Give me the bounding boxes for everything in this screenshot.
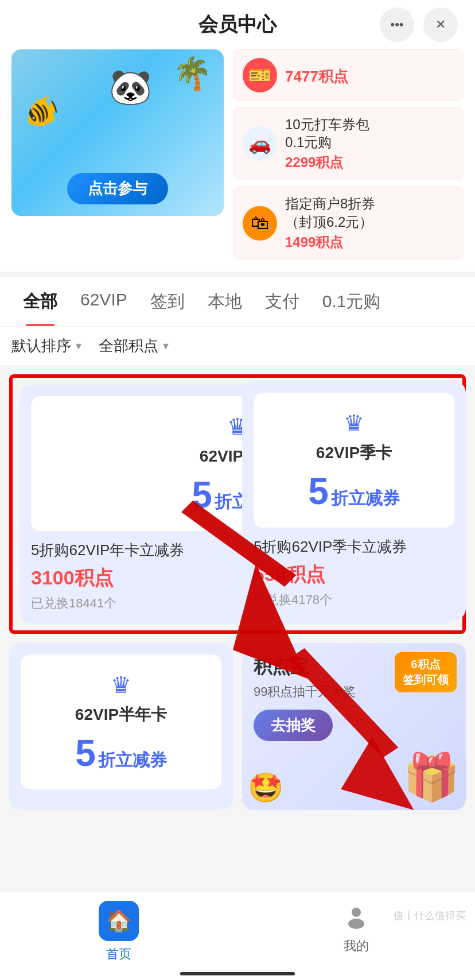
- sort-filter[interactable]: 默认排序 ▾: [11, 336, 81, 356]
- reward-title-shop: 指定商户8折券（封顶6.2元）: [285, 195, 454, 230]
- discount-num-halfyear: 5: [75, 735, 96, 772]
- reward-info-shop: 指定商户8折券（封顶6.2元） 1499积点: [285, 195, 454, 251]
- tab-all[interactable]: 全部: [11, 277, 69, 326]
- banner-image[interactable]: 🐠 🌴 🐼 点击参与: [11, 49, 224, 216]
- product-card-halfyear[interactable]: ♛ 62VIP半年卡 5 折立减券: [9, 643, 233, 810]
- reward-card-partial[interactable]: 🎫 7477积点: [233, 49, 464, 101]
- reward-title-taxi: 10元打车券包0.1元购: [285, 115, 454, 151]
- bottom-cards-row: ♛ 62VIP半年卡 5 折立减券 积点宝 99积点抽千元大奖 去抽奖 6积点 …: [9, 643, 466, 810]
- reward-icon-shop: 🛍: [243, 206, 277, 241]
- bottom-navigation: 🏠 首页 我的: [0, 891, 475, 980]
- card-desc-seasonal: 5折购62VIP季卡立减券: [254, 537, 454, 557]
- reward-card-taxi[interactable]: 🚗 10元打车券包0.1元购 2299积点: [233, 107, 464, 180]
- lottery-card[interactable]: 积点宝 99积点抽千元大奖 去抽奖 6积点 签到可领 🎁 🤩: [242, 643, 466, 810]
- card-label-seasonal: 62VIP季卡: [316, 442, 392, 464]
- card-label-halfyear: 62VIP半年卡: [75, 704, 167, 726]
- fish-decoration: 🐠: [18, 90, 63, 134]
- nav-home[interactable]: 🏠 首页: [0, 901, 238, 963]
- product-card-seasonal[interactable]: ♛ 62VIP季卡 5 折立减券 5折购62VIP季卡立减券 650积点 已兑换…: [242, 381, 466, 620]
- tab-signin[interactable]: 签到: [139, 277, 196, 326]
- tab-bar: 全部 62VIP 签到 本地 支付 0.1元购: [0, 277, 475, 327]
- card-exchanged-seasonal: 已兑换4178个: [254, 591, 454, 609]
- discount-text-seasonal: 折立减券: [331, 487, 400, 510]
- page-title: 会员中心: [198, 11, 277, 38]
- participate-button[interactable]: 点击参与: [67, 173, 168, 204]
- reward-points-partial: 7477积点: [285, 67, 454, 87]
- gift-icon: 🎁: [403, 750, 460, 804]
- banner-participate: 点击参与: [67, 173, 168, 204]
- home-indicator: [180, 972, 295, 975]
- watermark: 值丨什么值得买: [394, 909, 466, 923]
- card2-positioned: ♛ 62VIP季卡 5 折立减券 5折购62VIP季卡立减券 650积点 已兑换…: [242, 381, 466, 620]
- panda-decoration: 🐼: [109, 67, 152, 107]
- sign-badge-points: 6积点: [403, 657, 449, 672]
- person-icon: [340, 901, 372, 933]
- filter-row: 默认排序 ▾ 全部积点 ▾: [0, 327, 475, 365]
- points-filter[interactable]: 全部积点 ▾: [99, 336, 169, 356]
- more-button[interactable]: •••: [380, 7, 414, 42]
- svg-point-5: [348, 919, 364, 929]
- banner-area: 🐠 🌴 🐼 点击参与 🎫 7477积点 🚗 10元打车券包0.1元购 2299积…: [0, 49, 475, 272]
- header: 会员中心 ••• ✕: [0, 0, 475, 49]
- tab-62vip[interactable]: 62VIP: [69, 277, 139, 326]
- svg-point-4: [352, 908, 361, 917]
- discount-halfyear: 5 折立减券: [75, 735, 167, 772]
- reward-card-shop[interactable]: 🛍 指定商户8折券（封顶6.2元） 1499积点: [233, 186, 464, 259]
- lottery-button[interactable]: 去抽奖: [254, 710, 333, 741]
- card-points-seasonal: 650积点: [254, 561, 454, 588]
- card-inner-halfyear: ♛ 62VIP半年卡 5 折立减券: [21, 654, 221, 789]
- sign-badge: 6积点 签到可领: [395, 652, 457, 692]
- tab-pay[interactable]: 支付: [254, 277, 311, 326]
- highlighted-section: ♛ 62VIP年卡 5 折立减券 5折购62VIP年卡立减券 3100积点 已兑…: [9, 374, 466, 634]
- nav-mine-label: 我的: [344, 938, 369, 955]
- reward-icon-car: 🚗: [243, 126, 277, 161]
- reward-points-taxi: 2299积点: [285, 153, 454, 172]
- reward-info-taxi: 10元打车券包0.1元购 2299积点: [285, 115, 454, 172]
- header-actions: ••• ✕: [380, 7, 458, 42]
- crown-icon-seasonal: ♛: [344, 410, 364, 436]
- emoji-laughing: 🤩: [248, 771, 283, 804]
- reward-icon-red: 🎫: [243, 58, 277, 92]
- close-button[interactable]: ✕: [423, 7, 458, 42]
- nav-home-label: 首页: [106, 946, 131, 963]
- sort-filter-arrow: ▾: [76, 339, 81, 353]
- tab-local[interactable]: 本地: [196, 277, 254, 326]
- points-filter-arrow: ▾: [163, 339, 169, 353]
- main-content: ♛ 62VIP年卡 5 折立减券 5折购62VIP年卡立减券 3100积点 已兑…: [0, 365, 475, 819]
- home-icon: 🏠: [99, 901, 139, 941]
- card-inner-seasonal: ♛ 62VIP季卡 5 折立减券: [254, 393, 454, 528]
- reward-info-partial: 7477积点: [285, 64, 454, 87]
- reward-points-shop: 1499积点: [285, 233, 454, 251]
- discount-seasonal: 5 折立减券: [308, 473, 400, 510]
- palm-decoration: 🌴: [173, 55, 212, 92]
- tab-01buy[interactable]: 0.1元购: [311, 277, 392, 326]
- discount-text-halfyear: 折立减券: [98, 749, 167, 772]
- points-filter-label: 全部积点: [99, 336, 158, 356]
- discount-num-annual: 5: [192, 477, 212, 513]
- discount-num-seasonal: 5: [308, 473, 329, 510]
- sign-badge-label: 签到可领: [403, 672, 449, 688]
- rewards-list: 🎫 7477积点 🚗 10元打车券包0.1元购 2299积点 🛍 指定商户8折券…: [233, 49, 464, 260]
- sort-filter-label: 默认排序: [11, 336, 71, 356]
- crown-icon-halfyear: ♛: [111, 672, 131, 698]
